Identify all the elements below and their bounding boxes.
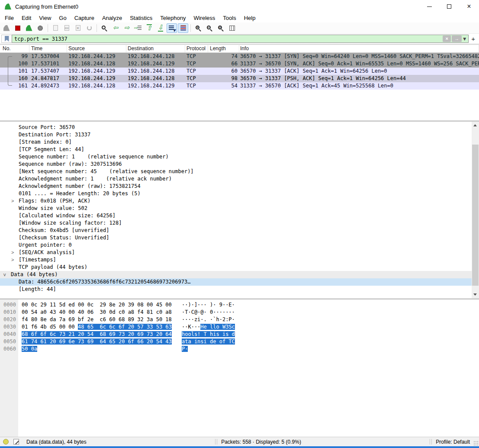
hex-row-0060[interactable]: 006050 0aP· — [0, 345, 479, 353]
packet-row-161[interactable]: 16124.892473192.168.244.128192.168.244.1… — [0, 82, 479, 90]
resize-columns-button[interactable] — [227, 23, 237, 33]
go-forward-button[interactable]: ⇨ — [122, 23, 132, 33]
expert-info-icon[interactable] — [3, 439, 9, 445]
filter-input[interactable] — [12, 35, 443, 42]
detail-line[interactable]: [Checksum Status: Unverified] — [0, 234, 472, 242]
menu-item-go[interactable]: Go — [55, 15, 70, 21]
detail-line[interactable]: [Stream index: 0] — [0, 139, 472, 146]
column-header-no[interactable]: No. — [0, 45, 29, 52]
detail-line[interactable]: vData (44 bytes) — [0, 271, 472, 278]
zoom-in-icon: + — [196, 26, 199, 29]
hex-offset: 0020 — [3, 316, 16, 323]
hex-row-0050[interactable]: 005061 74 61 20 69 6e 73 69 64 65 20 6f … — [0, 338, 479, 345]
cell-src: 192.168.244.129 — [67, 68, 126, 75]
column-header-len[interactable]: Length — [208, 45, 239, 52]
detail-line[interactable]: Window size value: 502 — [0, 205, 472, 212]
detail-line[interactable]: Destination Port: 31337 — [0, 131, 472, 139]
detail-line[interactable]: [Calculated window size: 64256] — [0, 212, 472, 219]
detail-line[interactable]: Source Port: 36570 — [0, 124, 472, 131]
zoom-out-button[interactable]: − — [204, 23, 215, 33]
menu-item-view[interactable]: View — [35, 15, 55, 21]
find-packet-button[interactable] — [99, 23, 109, 33]
detail-line[interactable]: Urgent pointer: 0 — [0, 242, 472, 249]
detail-line[interactable]: Checksum: 0x4bd5 [unverified] — [0, 227, 472, 234]
scroll-down-icon[interactable] — [473, 293, 477, 296]
filter-bookmark-button[interactable] — [1, 35, 12, 43]
detail-line[interactable]: Sequence number (raw): 3207513696 — [0, 161, 472, 168]
colorize-button[interactable] — [178, 23, 188, 33]
detail-line[interactable]: TCP payload (44 bytes) — [0, 264, 472, 271]
hex-row-0010[interactable]: 001000 54 a0 43 40 00 40 06 30 0d c0 a8 … — [0, 309, 479, 316]
menu-item-capture[interactable]: Capture — [71, 15, 98, 21]
scroll-up-icon[interactable] — [473, 124, 477, 126]
status-profile[interactable]: Profile: Default — [436, 439, 470, 445]
column-header-time[interactable]: Time — [29, 45, 67, 52]
detail-line[interactable]: [Length: 44] — [0, 286, 472, 293]
hex-row-0020[interactable]: 0020f4 80 8e da 7a 69 bf 2e c6 60 68 89 … — [0, 316, 479, 323]
column-header-proto[interactable]: Protocol — [185, 45, 208, 52]
cell-proto: TCP — [185, 82, 208, 90]
hex-bytes: 68 6f 6f 6c 73 21 20 54 68 69 73 20 69 7… — [22, 331, 172, 338]
menu-item-edit[interactable]: Edit — [18, 15, 35, 21]
menu-item-help[interactable]: Help — [240, 15, 260, 21]
expand-icon[interactable]: > — [11, 249, 14, 256]
add-filter-button[interactable]: + — [471, 35, 475, 42]
go-back-button[interactable]: ⇦ — [110, 23, 121, 33]
go-to-packet-button[interactable]: ⇨ — [133, 23, 143, 33]
maximize-button[interactable] — [439, 0, 459, 13]
scrollbar-thumb[interactable] — [472, 145, 479, 286]
hex-row-0040[interactable]: 004068 6f 6f 6c 73 21 20 54 68 69 73 20 … — [0, 331, 479, 338]
menu-item-statistics[interactable]: Statistics — [126, 15, 156, 21]
expand-icon[interactable]: > — [11, 197, 14, 205]
detail-line[interactable]: 0101 .... = Header Length: 20 bytes (5) — [0, 190, 472, 197]
packet-row-101[interactable]: 10117.537407192.168.244.129192.168.244.1… — [0, 68, 479, 75]
menu-item-wireless[interactable]: Wireless — [190, 15, 219, 21]
detail-line[interactable]: >[SEQ/ACK analysis] — [0, 249, 472, 256]
open-file-button — [50, 23, 61, 33]
detail-line[interactable]: Acknowledgment number (raw): 1753821754 — [0, 183, 472, 190]
detail-text: Checksum: 0x4bd5 [unverified] — [19, 227, 109, 233]
capture-options-button[interactable] — [35, 23, 45, 33]
menu-item-telephony[interactable]: Telephony — [156, 15, 190, 21]
menu-item-tools[interactable]: Tools — [219, 15, 240, 21]
restart-capture-button[interactable] — [24, 23, 34, 33]
detail-line[interactable]: Sequence number: 1 (relative sequence nu… — [0, 153, 472, 161]
minimize-button[interactable] — [419, 0, 439, 13]
details-scrollbar[interactable] — [472, 122, 479, 298]
expand-icon[interactable]: > — [11, 256, 14, 264]
detail-line[interactable]: >Flags: 0x018 (PSH, ACK) — [0, 197, 472, 205]
detail-line[interactable]: Data: 48656c6c6f2057335363686f6f6c732120… — [0, 278, 472, 286]
status-bar: Data (data.data), 44 bytes Packets: 558 … — [0, 437, 479, 446]
menu-item-analyze[interactable]: Analyze — [98, 15, 126, 21]
detail-line[interactable]: Acknowledgment number: 1 (relative ack n… — [0, 175, 472, 183]
detail-line[interactable]: [TCP Segment Len: 44] — [0, 146, 472, 153]
zoom-reset-button[interactable]: = — [215, 23, 226, 33]
apply-filter-button[interactable]: → — [452, 35, 462, 42]
collapse-icon[interactable]: v — [3, 271, 6, 278]
go-first-button[interactable]: ⇧ — [144, 23, 154, 33]
detail-text: Sequence number: 1 (relative sequence nu… — [19, 154, 169, 160]
capture-comment-icon[interactable] — [13, 439, 19, 445]
go-last-button[interactable]: ⇩ — [155, 23, 166, 33]
filter-dropdown-icon[interactable]: ▼ — [463, 37, 466, 41]
cell-dst: 192.168.244.128 — [126, 53, 185, 60]
detail-line[interactable]: [Next sequence number: 45 (relative sequ… — [0, 168, 472, 175]
column-header-src[interactable]: Source — [67, 45, 126, 52]
auto-scroll-button[interactable]: ▼ — [167, 23, 177, 33]
zoom-in-button[interactable]: + — [193, 23, 203, 33]
menu-item-file[interactable]: File — [1, 15, 18, 21]
close-button[interactable]: × — [459, 0, 479, 13]
stop-capture-button[interactable] — [13, 23, 23, 33]
column-header-info[interactable]: Info — [239, 45, 479, 52]
packet-row-99[interactable]: 9917.537004192.168.244.129192.168.244.12… — [0, 53, 479, 60]
packet-row-100[interactable]: 10017.537101192.168.244.128192.168.244.1… — [0, 60, 479, 68]
detail-line[interactable]: >[Timestamps] — [0, 256, 472, 264]
hex-row-0000[interactable]: 000000 0c 29 11 5d ed 00 0c 29 8e 20 39 … — [0, 301, 479, 309]
packet-details-pane: Source Port: 36570Destination Port: 3133… — [0, 122, 479, 298]
resize-grip[interactable] — [473, 441, 478, 445]
column-header-dst[interactable]: Destination — [126, 45, 185, 52]
clear-filter-button[interactable]: × — [443, 35, 451, 42]
packet-row-160[interactable]: 16024.847817192.168.244.129192.168.244.1… — [0, 75, 479, 82]
hex-row-0030[interactable]: 003001 f6 4b d5 00 00 48 65 6c 6c 6f 20 … — [0, 323, 479, 331]
detail-line[interactable]: [Window size scaling factor: 128] — [0, 219, 472, 227]
